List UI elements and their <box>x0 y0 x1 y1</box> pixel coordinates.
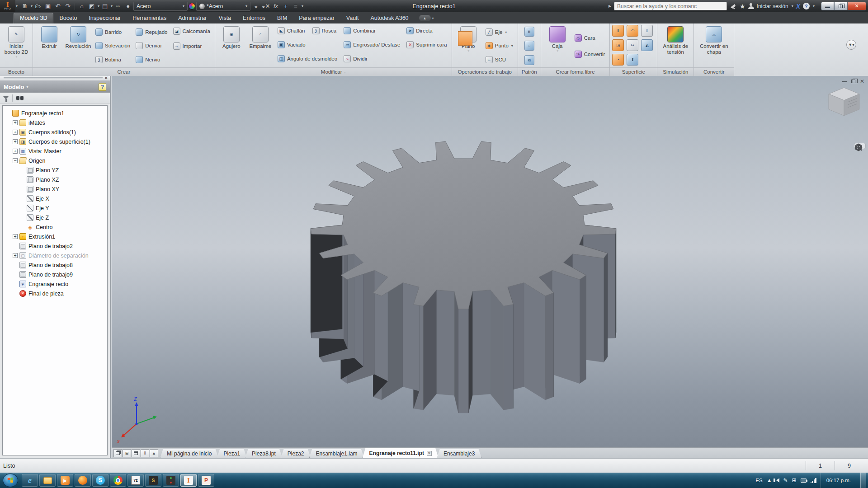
tree-item-di-metro-de-separaci-n[interactable]: +▢Diámetro de separación <box>4 251 106 260</box>
sign-in-link[interactable]: Iniciar sesión <box>757 3 788 9</box>
taskbar-firefox-icon[interactable] <box>75 474 91 487</box>
derivar-button[interactable]: Derivar <box>133 40 170 52</box>
exchange-apps-icon[interactable]: X <box>796 3 800 10</box>
clock[interactable]: 06:17 p.m. <box>821 473 856 488</box>
parameters-fx-icon[interactable]: fx <box>271 2 280 11</box>
tabbar-expand-icon[interactable]: ▲ <box>150 449 158 457</box>
agujero-button[interactable]: ◉ Agujero <box>217 25 245 67</box>
stitch-surface-icon[interactable]: ‖ <box>612 25 624 37</box>
pen-input-icon[interactable]: ✎ <box>783 477 788 483</box>
tile-horizontal-icon[interactable] <box>132 449 140 457</box>
measure-icon[interactable]: + <box>281 2 290 11</box>
tree-item-imates[interactable]: +iMates <box>4 118 106 127</box>
tile-vertical-icon[interactable]: ‖ <box>141 449 149 457</box>
color-wheel-icon[interactable] <box>189 3 195 9</box>
panel-label-modificar[interactable]: Modificar ▾ <box>215 67 452 76</box>
tree-item-final-de-pieza[interactable]: ✕Final de pieza <box>4 289 106 298</box>
mirror-icon[interactable]: ⧉ <box>524 55 534 65</box>
user-person-icon[interactable] <box>748 3 754 9</box>
browser-close-icon[interactable]: ✕ <box>104 76 108 80</box>
doc-tab-ensamblaje1-iam[interactable]: Ensamblaje1.iam <box>309 449 364 458</box>
scu-button[interactable]: ∟SCU <box>483 54 515 66</box>
gear-model[interactable]: Z x <box>112 76 868 447</box>
render-caret[interactable]: ▾ <box>98 4 99 8</box>
language-indicator[interactable]: ES <box>755 478 762 483</box>
ribbon-tab-vista[interactable]: Vista <box>213 13 237 23</box>
taskbar-inventor-icon[interactable]: I <box>180 474 197 487</box>
panel-label-simulacion[interactable]: Simulación <box>657 67 693 76</box>
ribbon-tab-boceto[interactable]: Boceto <box>53 13 83 23</box>
calcomania-button[interactable]: ◪Calcomanía <box>171 25 212 37</box>
dividir-button[interactable]: ∿Dividir <box>341 53 402 65</box>
cascade-windows-icon[interactable] <box>113 449 122 457</box>
open-file-icon[interactable]: 🗁 <box>33 2 42 11</box>
close-button[interactable]: ✕ <box>847 2 866 10</box>
tree-item-plano-xz[interactable]: Plano XZ <box>4 175 106 184</box>
caja-button[interactable]: Caja ▾ <box>543 25 571 67</box>
revolucion-button[interactable]: ↻ Revolución <box>64 25 92 67</box>
adjust-appearance-icon[interactable]: ◒ <box>251 2 260 11</box>
doc-tab-pieza8-ipt[interactable]: Pieza8.ipt <box>245 449 283 458</box>
engrosado-button[interactable]: ▱Engrosado/ Desfase <box>341 39 402 51</box>
look-at-icon[interactable] <box>854 143 863 151</box>
panel-label-forma-libre[interactable]: Crear forma libre <box>541 67 610 76</box>
doc-close-icon[interactable]: ✕ <box>860 78 864 84</box>
ribbon-tab-autodesk-a360[interactable]: Autodesk A360 <box>364 13 414 23</box>
doc-tab-pieza1[interactable]: Pieza1 <box>217 449 247 458</box>
tree-item-plano-de-trabajo2[interactable]: Plano de trabajo2 <box>4 241 106 251</box>
doc-minimize-icon[interactable] <box>842 81 847 82</box>
extend-surface-icon[interactable]: ⇧ <box>641 25 653 37</box>
taskbar-windows-explorer-icon[interactable] <box>39 474 56 487</box>
a360-caret-icon[interactable]: ▾ <box>432 16 434 20</box>
taskbar-storage-app-icon[interactable]: S <box>145 474 161 487</box>
browser-title[interactable]: Modelo <box>4 84 24 90</box>
doc-tab-close-icon[interactable]: ✕ <box>427 451 432 456</box>
help-icon[interactable]: ? <box>803 3 810 9</box>
tree-toggle[interactable]: + <box>13 130 18 135</box>
extruir-button[interactable]: Extruir <box>35 25 63 67</box>
convertir-forma-button[interactable]: ↷Convertir <box>572 48 608 60</box>
analisis-tension-button[interactable]: Análisis de tensión <box>660 25 691 67</box>
graphics-canvas[interactable]: Z x ✕ <box>112 76 868 447</box>
ribbon-tab-inspeccionar[interactable]: Inspeccionar <box>83 13 127 23</box>
sculpt-icon[interactable]: ◭ <box>641 39 653 51</box>
network-icon[interactable] <box>811 478 816 483</box>
convertir-chapa-button[interactable]: ⌓ Convertir en chapa <box>696 25 731 67</box>
doc-tab-mi-p-gina-de-inicio[interactable]: Mi página de inicio <box>160 449 218 458</box>
favorites-star-icon[interactable]: ★ <box>740 3 745 10</box>
solevacion-button[interactable]: Solevación <box>93 40 132 52</box>
viewport[interactable]: Z x ✕ <box>112 76 868 458</box>
tree-item-plano-xy[interactable]: Plano XY <box>4 184 106 194</box>
show-hidden-icons[interactable]: ▲ <box>767 477 772 483</box>
ruled-surface-icon[interactable]: ◠ <box>627 25 638 37</box>
repujado-button[interactable]: Repujado <box>133 26 170 38</box>
redo-icon[interactable]: ↷ <box>63 2 72 11</box>
browser-help-icon[interactable]: ? <box>99 83 106 91</box>
browser-grip-bar[interactable]: ✕ <box>0 76 110 81</box>
home-icon[interactable]: ⌂ <box>77 2 86 11</box>
logo-caret-icon[interactable]: ▾ <box>16 4 18 8</box>
inventor-logo[interactable]: I PRO <box>0 0 15 12</box>
taskbar-skype-icon[interactable]: S <box>92 474 108 487</box>
replace-face-icon[interactable]: ⬆ <box>627 54 638 66</box>
taskbar-7zip-icon[interactable]: 7z <box>127 474 144 487</box>
imate-icon[interactable]: ◦◦ <box>113 2 123 11</box>
directa-button[interactable]: ➤Directa <box>404 25 449 37</box>
tree-toggle[interactable]: + <box>13 234 18 239</box>
power-icon[interactable] <box>801 479 807 483</box>
bobina-button[interactable]: ѯBobina <box>93 54 132 66</box>
restore-button[interactable] <box>834 2 847 10</box>
tree-item-eje-x[interactable]: Eje X <box>4 194 106 203</box>
suprimir-cara-button[interactable]: ✕Suprimir cara <box>404 39 449 51</box>
panel-label-operaciones[interactable]: Operaciones de trabajo <box>452 67 518 76</box>
tree-item-plano-de-trabajo9[interactable]: Plano de trabajo9 <box>4 270 106 279</box>
tree-item-origen[interactable]: −Origen <box>4 156 106 165</box>
tree-item-vista-master[interactable]: +▦Vista: Master <box>4 146 106 156</box>
vaciado-button[interactable]: ▣Vaciado <box>275 39 340 51</box>
doc-tab-engranaje-recto11-ipt[interactable]: Engranaje recto11.ipt✕ <box>363 448 439 458</box>
ribbon-tab-para-empezar[interactable]: Para empezar <box>293 13 340 23</box>
nervio-button[interactable]: Nervio <box>133 54 170 66</box>
search-binoculars-icon[interactable] <box>16 96 24 100</box>
tree-toggle[interactable]: + <box>13 139 18 144</box>
punto-caret[interactable]: ▾ <box>511 44 513 48</box>
